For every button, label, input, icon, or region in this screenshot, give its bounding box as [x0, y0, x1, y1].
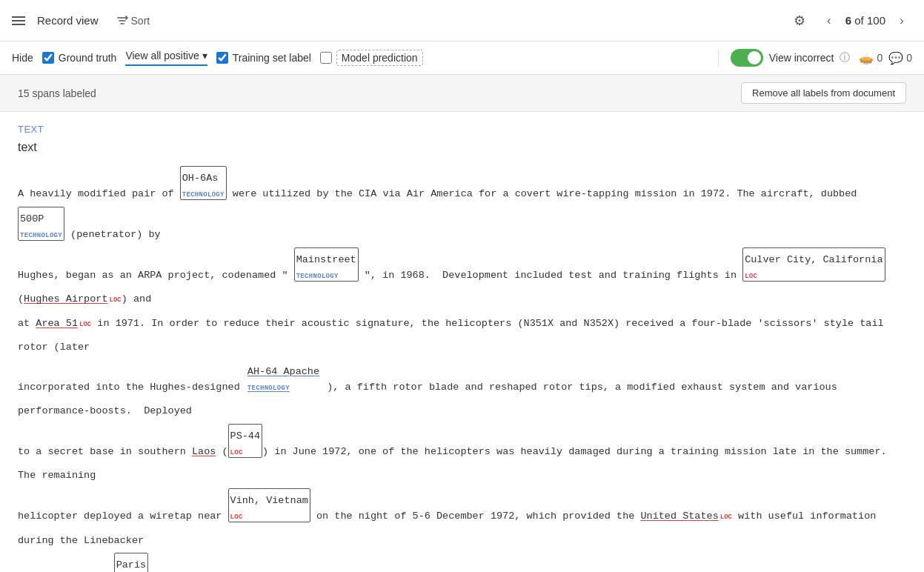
main-content: TEXT text A heavily modified pair of OH-…	[0, 112, 924, 572]
gear-icon[interactable]: ⚙	[789, 10, 810, 31]
comment-icon: 💬	[888, 51, 903, 65]
section-title: text	[18, 141, 906, 154]
pagination: ‹ 6 of 100 ›	[819, 10, 912, 31]
page-info: 6 of 100	[845, 14, 885, 27]
span-laos[interactable]: Laos	[192, 446, 216, 457]
span-vinh[interactable]: Vinh, VietnamLOC	[228, 488, 310, 522]
span-500p[interactable]: 500PTECHNOLOGY	[18, 207, 64, 241]
span-mainstreet[interactable]: MainstreetTECHNOLOGY	[294, 247, 359, 282]
filter-bar-left: Hide Ground truth View all positive ▾ Tr…	[12, 50, 706, 66]
training-set-checkbox-group[interactable]: Training set label	[216, 52, 311, 64]
prev-page-button[interactable]: ‹	[819, 10, 840, 31]
filter-bar: Hide Ground truth View all positive ▾ Tr…	[0, 41, 924, 75]
view-all-positive-label: View all positive	[125, 50, 199, 61]
menu-icon[interactable]	[12, 16, 25, 25]
span-paris[interactable]: ParisLOC	[114, 553, 149, 572]
span-oh6as-1[interactable]: OH-6AsTECHNOLOGY	[180, 166, 227, 200]
view-incorrect-label: View incorrect	[769, 52, 834, 64]
top-bar-right: ⚙ ‹ 6 of 100 ›	[789, 10, 912, 31]
dropdown-arrow-icon: ▾	[202, 50, 207, 61]
top-bar: Record view Sort ⚙ ‹ 6 of 100 ›	[0, 0, 924, 41]
count-group: 🥧 0 💬 0	[859, 51, 912, 65]
ground-truth-label: Ground truth	[59, 52, 117, 64]
sort-icon	[116, 15, 128, 27]
section-label: TEXT	[18, 124, 906, 135]
span-united-states[interactable]: United States	[640, 511, 718, 522]
ground-truth-checkbox-group[interactable]: Ground truth	[42, 52, 117, 64]
span-area51[interactable]: Area 51	[36, 318, 78, 329]
top-bar-left: Record view Sort	[12, 12, 156, 30]
pie-count: 🥧 0	[859, 51, 883, 65]
pie-icon: 🥧	[859, 51, 874, 65]
model-prediction-checkbox-group[interactable]: Model prediction	[320, 50, 423, 66]
training-set-checkbox[interactable]	[216, 52, 228, 64]
view-all-positive-dropdown[interactable]: View all positive ▾	[125, 50, 207, 66]
info-icon[interactable]: ⓘ	[840, 51, 850, 64]
spans-count: 15 spans labeled	[18, 87, 96, 99]
divider	[718, 49, 719, 67]
comment-count: 💬 0	[888, 51, 912, 65]
model-prediction-label: Model prediction	[336, 50, 423, 66]
training-set-label: Training set label	[233, 52, 311, 64]
span-hughes-airport[interactable]: Hughes Airport	[24, 293, 107, 305]
record-view-label: Record view	[37, 14, 99, 27]
view-incorrect-toggle-group: View incorrect ⓘ	[731, 49, 851, 67]
span-ah64[interactable]: AH-64 ApacheTECHNOLOGY	[246, 360, 321, 393]
filter-bar-right: View incorrect ⓘ 🥧 0 💬 0	[731, 49, 912, 67]
hide-button[interactable]: Hide	[12, 52, 33, 64]
next-page-button[interactable]: ›	[891, 10, 912, 31]
remove-labels-button[interactable]: Remove all labels from document	[741, 82, 906, 104]
sort-button[interactable]: Sort	[110, 12, 156, 30]
text-body: A heavily modified pair of OH-6AsTECHNOL…	[18, 166, 906, 572]
ground-truth-checkbox[interactable]	[42, 52, 54, 64]
view-incorrect-toggle[interactable]	[731, 49, 763, 67]
spans-bar: 15 spans labeled Remove all labels from …	[0, 75, 924, 112]
span-ps44[interactable]: PS-44LOC	[228, 424, 263, 458]
model-prediction-checkbox[interactable]	[320, 52, 332, 64]
span-culver-city[interactable]: Culver City, CaliforniaLOC	[742, 247, 885, 282]
